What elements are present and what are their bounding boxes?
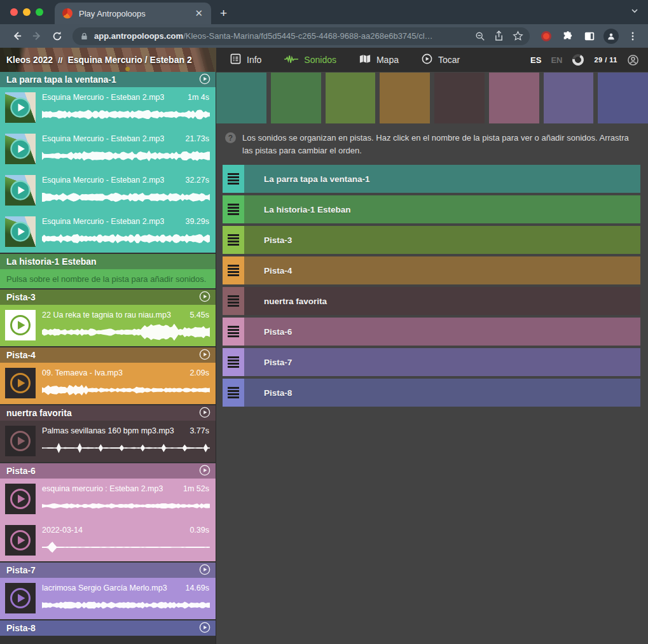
drag-handle[interactable] (223, 318, 244, 346)
track-row-label: Pista-4 (264, 266, 292, 276)
clip-thumbnail[interactable] (5, 368, 36, 398)
tab-search-chevron-icon[interactable] (630, 6, 639, 18)
zoom-indicator-icon[interactable] (475, 31, 485, 41)
drag-handle[interactable] (223, 165, 244, 193)
account-icon[interactable] (627, 54, 639, 66)
clip-thumbnail[interactable] (5, 426, 36, 456)
forward-button[interactable] (28, 27, 46, 45)
clip-thumbnail[interactable] (5, 216, 36, 247)
track-row-label-area[interactable]: Pista-8 (244, 379, 640, 407)
track-row-label-area[interactable]: Pista-3 (244, 226, 640, 254)
lang-es-button[interactable]: ES (530, 55, 541, 65)
nav-item-tocar[interactable]: Tocar (422, 53, 460, 66)
minimize-window-button[interactable] (23, 8, 31, 16)
track-name: La parra tapa la ventana-1 (6, 74, 199, 85)
clip-title: 2022-03-14 (42, 526, 83, 535)
screen-record-indicator[interactable] (537, 27, 555, 45)
clip-thumbnail[interactable] (5, 134, 36, 164)
map-icon (359, 54, 371, 66)
track-play-button[interactable] (199, 73, 210, 87)
tracks-sidebar: La parra tapa la ventana-1Esquina Mercur… (0, 72, 216, 644)
track-row[interactable]: La parra tapa la ventana-1 (223, 165, 640, 193)
track-header[interactable]: Pista-3 (0, 290, 216, 305)
track-header[interactable]: Pista-6 (0, 463, 216, 479)
clip-thumbnail[interactable] (5, 92, 36, 123)
tab-close-icon[interactable]: ✕ (193, 8, 205, 19)
close-window-button[interactable] (10, 8, 18, 16)
clip-item[interactable]: Esquina Mercurio - Esteban 2.mp321.73s (0, 129, 216, 170)
map-preview-banner[interactable]: Kleos 2022 // Esquina Mercurio / Esteban… (0, 48, 216, 72)
clip-thumbnail[interactable] (5, 310, 36, 340)
side-panel-icon[interactable] (581, 27, 598, 45)
extensions-icon[interactable] (559, 27, 577, 45)
clip-title: lacrimosa Sergio García Merlo.mp3 (42, 584, 167, 592)
zoom-window-button[interactable] (36, 8, 43, 16)
track-row[interactable]: nuertra favorita (223, 287, 640, 315)
clip-thumbnail[interactable] (5, 525, 36, 556)
browser-menu-icon[interactable] (624, 27, 642, 45)
track-row-label-area[interactable]: nuertra favorita (244, 287, 640, 315)
track-play-button[interactable] (199, 465, 210, 478)
track-section: Pista-7lacrimosa Sergio García Merlo.mp3… (0, 563, 216, 619)
track-play-button[interactable] (199, 349, 210, 362)
reload-button[interactable] (48, 27, 66, 45)
drag-handle[interactable] (223, 379, 244, 407)
track-header[interactable]: Pista-8 (0, 620, 216, 636)
track-play-button[interactable] (199, 407, 210, 420)
nav-item-sonidos[interactable]: Sonidos (284, 54, 336, 66)
track-row[interactable]: La historia-1 Esteban (223, 195, 640, 223)
track-row[interactable]: Pista-6 (223, 318, 640, 346)
clip-thumbnail[interactable] (5, 175, 36, 206)
drag-handle[interactable] (223, 226, 244, 254)
track-header[interactable]: Pista-4 (0, 347, 216, 363)
track-play-button[interactable] (199, 291, 210, 304)
track-header[interactable]: La parra tapa la ventana-1 (0, 72, 216, 87)
track-row[interactable]: Pista-7 (223, 348, 640, 376)
breadcrumb-project[interactable]: Kleos 2022 (6, 55, 53, 65)
drag-handle[interactable] (223, 287, 244, 315)
nav-item-info[interactable]: Info (230, 53, 261, 66)
clip-thumbnail[interactable] (5, 484, 36, 514)
track-row-label-area[interactable]: Pista-7 (244, 348, 640, 376)
track-row[interactable]: Pista-8 (223, 379, 640, 407)
clip-item[interactable]: Esquina Mercurio - Esteban 2.mp339.29s (0, 211, 216, 253)
url-bar[interactable]: app.antropoloops.com/Kleos-Santa-Marina/… (72, 27, 530, 45)
track-row-label-area[interactable]: La parra tapa la ventana-1 (244, 165, 640, 193)
back-button[interactable] (8, 27, 25, 45)
clip-item[interactable]: Esquina Mercurio - Esteban 2.mp332.27s (0, 170, 216, 211)
clip-item[interactable]: 2022-03-140.39s (0, 520, 216, 561)
clip-thumbnail[interactable] (5, 583, 36, 613)
track-play-button[interactable] (199, 622, 210, 635)
track-hint: Pulsa sobre el nombre de la pista para a… (0, 269, 216, 288)
browser-tab[interactable]: Play Antropoloops ✕ (55, 3, 211, 24)
track-row-label-area[interactable]: La historia-1 Esteban (244, 195, 640, 223)
nav-item-mapa[interactable]: Mapa (359, 54, 399, 66)
clip-duration: 21.73s (185, 134, 209, 143)
track-row[interactable]: Pista-3 (223, 226, 640, 254)
clip-item[interactable]: lacrimosa Sergio García Merlo.mp314.69s (0, 578, 216, 619)
clip-waveform (42, 324, 210, 340)
track-header[interactable]: nuertra favorita (0, 405, 216, 421)
clip-item[interactable]: 22 Ua reka te tagnia to rau niau.mp35.45… (0, 305, 216, 346)
tab-favicon-icon (62, 8, 72, 18)
track-header[interactable]: La historia-1 Esteban (0, 254, 216, 269)
clip-item[interactable]: esquina mercurio : Esteban 2.mp31m 52s (0, 479, 216, 520)
clip-item[interactable]: 09. Temaeva - Iva.mp32.09s (0, 363, 216, 404)
lock-icon (80, 32, 88, 41)
track-header[interactable]: Pista-7 (0, 563, 216, 578)
track-row[interactable]: Pista-4 (223, 256, 640, 284)
window-controls (0, 0, 55, 24)
drag-handle[interactable] (223, 256, 244, 284)
profile-avatar[interactable] (602, 27, 620, 45)
drag-handle[interactable] (223, 348, 244, 376)
track-play-button[interactable] (199, 564, 210, 577)
clip-item[interactable]: Esquina Mercurio - Esteban 2.mp31m 4s (0, 87, 216, 129)
bookmark-star-icon[interactable] (513, 31, 523, 41)
track-row-label-area[interactable]: Pista-4 (244, 256, 640, 284)
drag-handle[interactable] (223, 195, 244, 223)
new-tab-button[interactable]: + (211, 6, 236, 24)
clip-item[interactable]: Palmas sevillanas 160 bpm mp3.mp33.77s (0, 421, 216, 462)
track-row-label-area[interactable]: Pista-6 (244, 318, 640, 346)
lang-en-button[interactable]: EN (551, 55, 562, 65)
share-icon[interactable] (494, 31, 504, 41)
